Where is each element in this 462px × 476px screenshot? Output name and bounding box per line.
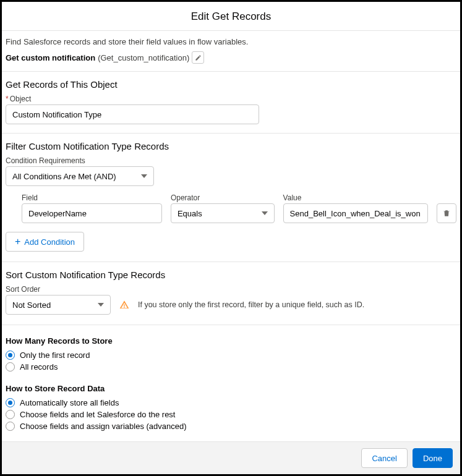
radio-choose-fields-label: Choose fields and let Salesforce do the …: [20, 410, 175, 419]
edit-label-button[interactable]: [192, 51, 204, 64]
section-object-title: Get Records of This Object: [2, 72, 460, 95]
sort-order-label: Sort Order: [6, 285, 456, 294]
description-text: Find Salesforce records and store their …: [2, 31, 460, 51]
cancel-button[interactable]: Cancel: [361, 448, 407, 468]
radio-first-record-label: Only the first record: [20, 351, 90, 360]
radio-auto-store-label: Automatically store all fields: [20, 398, 119, 407]
how-many-title: How Many Records to Store: [2, 325, 460, 349]
radio-all-records-label: All records: [20, 362, 58, 372]
condition-requirements-label: Condition Requirements: [6, 156, 456, 165]
chevron-down-icon: [141, 174, 147, 178]
trash-icon: [442, 209, 451, 218]
element-label-row: Get custom notification (Get_custom_noti…: [2, 51, 460, 71]
radio-auto-store[interactable]: [6, 398, 15, 407]
warning-icon: [119, 300, 129, 310]
condition-value-label: Value: [283, 193, 429, 202]
condition-row: Field DeveloperName Operator Equals Valu…: [2, 189, 460, 228]
radio-choose-assign-label: Choose fields and assign variables (adva…: [20, 422, 187, 431]
radio-first-record[interactable]: [6, 351, 15, 360]
section-sort-title: Sort Custom Notification Type Records: [2, 262, 460, 285]
chevron-down-icon: [262, 211, 268, 215]
pencil-icon: [195, 54, 202, 61]
radio-all-records[interactable]: [6, 362, 15, 372]
element-label: Get custom notification: [6, 53, 95, 62]
page-title: Edit Get Records: [2, 2, 460, 30]
condition-field-input[interactable]: DeveloperName: [22, 203, 162, 223]
sort-order-select[interactable]: Not Sorted: [6, 295, 111, 315]
add-condition-button[interactable]: + Add Condition: [6, 232, 84, 252]
condition-operator-label: Operator: [171, 193, 275, 202]
condition-operator-select[interactable]: Equals: [171, 203, 275, 223]
chevron-down-icon: [98, 303, 104, 307]
object-field-label: *Object: [6, 95, 456, 103]
section-filter-title: Filter Custom Notification Type Records: [2, 134, 460, 156]
sort-help-text: If you store only the first record, filt…: [138, 300, 364, 309]
radio-choose-assign[interactable]: [6, 422, 15, 431]
delete-condition-button[interactable]: [437, 203, 456, 223]
done-button[interactable]: Done: [413, 448, 453, 468]
footer-bar: Cancel Done: [2, 441, 460, 474]
condition-value-input[interactable]: Send_Bell_Icon_when_Deal_is_won: [283, 203, 429, 223]
plus-icon: +: [15, 237, 20, 247]
object-input[interactable]: Custom Notification Type: [6, 104, 259, 124]
element-api-name: (Get_custom_notification): [98, 53, 189, 62]
radio-choose-fields[interactable]: [6, 410, 15, 419]
condition-field-label: Field: [22, 193, 162, 202]
how-store-title: How to Store Record Data: [2, 373, 460, 397]
condition-requirements-select[interactable]: All Conditions Are Met (AND): [6, 166, 154, 186]
